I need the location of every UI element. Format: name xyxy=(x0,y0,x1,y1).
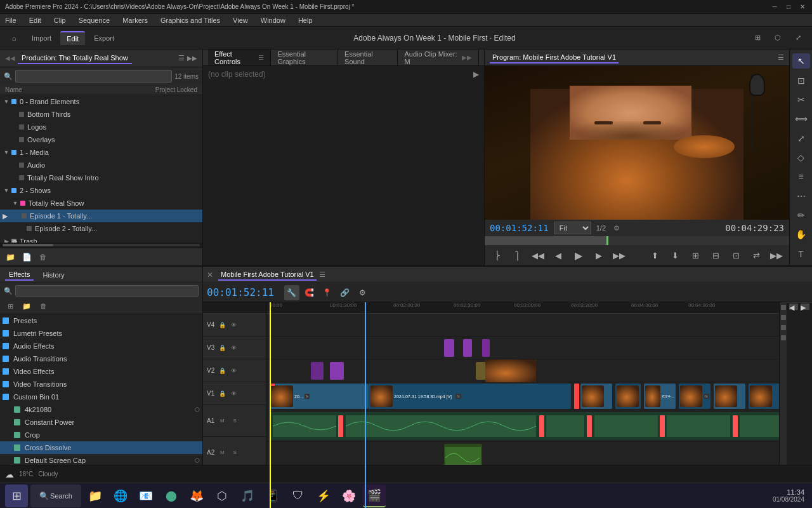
clip-v3-1[interactable] xyxy=(444,339,454,357)
v3-lock-icon[interactable]: 🔒 xyxy=(217,343,227,353)
effects-audiotrans[interactable]: Audio Transitions xyxy=(0,352,202,365)
minimize-button[interactable]: ─ xyxy=(770,3,779,11)
menu-edit[interactable]: Edit xyxy=(27,17,44,24)
tool-hand[interactable]: ✋ xyxy=(792,227,810,242)
tab-edit[interactable]: Edit xyxy=(60,31,85,45)
tool-track-select[interactable]: ⊡ xyxy=(792,72,810,88)
pm-btn-button1[interactable]: ⊞ xyxy=(688,248,703,263)
v2-lock-icon[interactable]: 🔒 xyxy=(217,366,227,376)
pm-btn-more[interactable]: ▶▶ xyxy=(769,248,784,263)
pm-fit-dropdown[interactable]: Fit 25% 50% 100% xyxy=(554,222,591,234)
tree-item-intro[interactable]: Totally Real Show Intro xyxy=(0,171,202,184)
tl-tool-markers[interactable]: 📍 xyxy=(320,285,335,300)
pm-btn-back[interactable]: ◀ xyxy=(551,248,566,263)
pm-btn-extract[interactable]: ⬇ xyxy=(667,248,683,263)
tree-item-ep2[interactable]: Episode 2 - Totally... xyxy=(0,222,202,235)
tl-timecode[interactable]: 00:01:52:11 xyxy=(207,286,274,298)
project-scrollbar[interactable] xyxy=(0,243,202,248)
effects-audioeff[interactable]: Audio Effects xyxy=(0,340,202,352)
pm-btn-forward[interactable]: ▶ xyxy=(591,248,606,263)
tool-slip[interactable]: ≡ xyxy=(792,169,810,184)
tree-item-shows[interactable]: ▼ 2 - Shows xyxy=(0,184,202,197)
cp-tab-essential-sound[interactable]: Essential Sound xyxy=(338,50,398,65)
effects-crop[interactable]: Crop xyxy=(0,429,202,441)
menu-clip[interactable]: Clip xyxy=(51,17,69,24)
maximize-button[interactable]: □ xyxy=(784,3,793,11)
tab-import[interactable]: Import xyxy=(25,32,58,44)
project-tab[interactable]: Production: The Totally Real Show xyxy=(18,53,132,64)
project-search-input[interactable] xyxy=(15,70,172,83)
pm-btn-step-forward[interactable]: ▶▶ xyxy=(612,248,627,263)
app1-button[interactable]: ⬡ xyxy=(211,485,233,507)
tree-item-media[interactable]: ▼ 1 - Media xyxy=(0,146,202,159)
ruler-bar[interactable]: 00:00 00:01:30:00 00:02:00:00 00:02:30:0… xyxy=(266,302,787,314)
a2-m-icon[interactable]: M xyxy=(217,448,227,458)
v4-eye-icon[interactable]: 👁 xyxy=(228,320,239,330)
pm-btn-arrows[interactable]: ⇄ xyxy=(749,248,764,263)
ec-expand-button[interactable]: ▶ xyxy=(473,70,479,79)
app5-button[interactable]: ⚡ xyxy=(312,485,335,507)
chrome-button[interactable]: ⬤ xyxy=(160,485,183,507)
pm-btn-lift[interactable]: ⬆ xyxy=(647,248,662,263)
clip-v2-2[interactable] xyxy=(330,362,344,380)
search-button[interactable]: 🔍 Search xyxy=(30,485,81,507)
file-explorer-button[interactable]: 📁 xyxy=(84,485,107,507)
tl-tool-wrench[interactable]: 🔧 xyxy=(284,285,299,300)
clip-v1-7[interactable] xyxy=(714,384,745,409)
delete-icon[interactable]: 🗑 xyxy=(37,251,49,264)
v1-eye-icon[interactable]: 👁 xyxy=(228,389,239,399)
tool-type[interactable]: T xyxy=(792,246,810,262)
tl-tool-settings[interactable]: ⚙ xyxy=(355,285,370,300)
clip-v1-8[interactable] xyxy=(749,384,780,409)
tool-razor[interactable]: ◇ xyxy=(792,150,810,165)
app2-button[interactable]: 🎵 xyxy=(236,485,259,507)
expand-icon-trash[interactable]: ▶ xyxy=(3,237,10,243)
v4-lock-icon[interactable]: 🔒 xyxy=(217,320,227,330)
effects-videotrans[interactable]: Video Transitions xyxy=(0,378,202,391)
pm-btn-step-back[interactable]: ◀◀ xyxy=(530,248,546,263)
effects-custombin[interactable]: Custom Bin 01 xyxy=(0,391,202,403)
browser-edge-button[interactable]: 🌐 xyxy=(109,485,132,507)
pm-btn-mark-out[interactable]: ⎫ xyxy=(510,248,525,263)
app4-button[interactable]: 🛡 xyxy=(287,485,310,507)
close-button[interactable]: ✕ xyxy=(798,3,807,11)
clip-v3-3[interactable] xyxy=(482,339,490,357)
clip-v1-5[interactable]: 2024-... xyxy=(644,384,676,409)
a1-s-icon[interactable]: S xyxy=(230,416,240,426)
cp-tab-essential-graphics[interactable]: Essential Graphics xyxy=(271,50,338,65)
effects-search-input[interactable] xyxy=(15,285,199,297)
tool-rate-stretch[interactable]: ⤢ xyxy=(792,130,810,145)
effects-lumetri[interactable]: Lumetri Presets xyxy=(0,327,202,340)
panel-left-arrow[interactable]: ◀◀ xyxy=(5,55,15,62)
pm-btn-play[interactable]: ▶ xyxy=(571,248,586,263)
scrollbar-thumb[interactable] xyxy=(3,244,53,246)
tree-item-brand[interactable]: ▼ 0 - Brand Elements xyxy=(0,95,202,108)
clip-v2-1[interactable] xyxy=(311,362,324,380)
home-button[interactable]: ⌂ xyxy=(5,29,23,47)
cp-tab-audio-clip-mixer[interactable]: Audio Clip Mixer: M ▶▶ xyxy=(398,50,479,65)
mail-button[interactable]: 📧 xyxy=(134,485,157,507)
tl-tool-magnet[interactable]: 🧲 xyxy=(302,285,317,300)
expand-icon-media[interactable]: ▼ xyxy=(3,149,10,156)
a2-s-icon[interactable]: S xyxy=(230,448,240,458)
a1-m-icon[interactable]: M xyxy=(217,416,227,426)
expand-icon-trs[interactable]: ▼ xyxy=(11,199,19,207)
pm-scrubber[interactable] xyxy=(485,236,789,245)
tool-roll[interactable]: ⟺ xyxy=(792,111,810,126)
panel-right-arrow[interactable]: ▶▶ xyxy=(187,55,197,62)
v3-eye-icon[interactable]: 👁 xyxy=(228,343,239,353)
menu-file[interactable]: File xyxy=(3,17,19,24)
tool-ripple[interactable]: ✂ xyxy=(792,92,810,107)
workspaces-icon[interactable]: ⊞ xyxy=(749,29,766,47)
tree-item-overlays[interactable]: Overlays xyxy=(0,133,202,146)
clip-v2-4[interactable] xyxy=(485,359,536,382)
new-folder-effects-icon[interactable]: 📁 xyxy=(20,300,33,312)
share-icon[interactable]: ⬡ xyxy=(769,29,787,47)
new-item-icon[interactable]: 📄 xyxy=(20,251,33,264)
tree-item-trash[interactable]: ▶ 🗑 Trash xyxy=(0,235,202,243)
pm-btn-button3[interactable]: ⊡ xyxy=(728,248,743,263)
pm-timecode[interactable]: 00:01:52:11 xyxy=(490,223,549,233)
start-button[interactable]: ⊞ xyxy=(5,485,28,507)
firefox-button[interactable]: 🦊 xyxy=(185,485,208,507)
tree-item-trs[interactable]: ▼ Totally Real Show xyxy=(0,197,202,210)
